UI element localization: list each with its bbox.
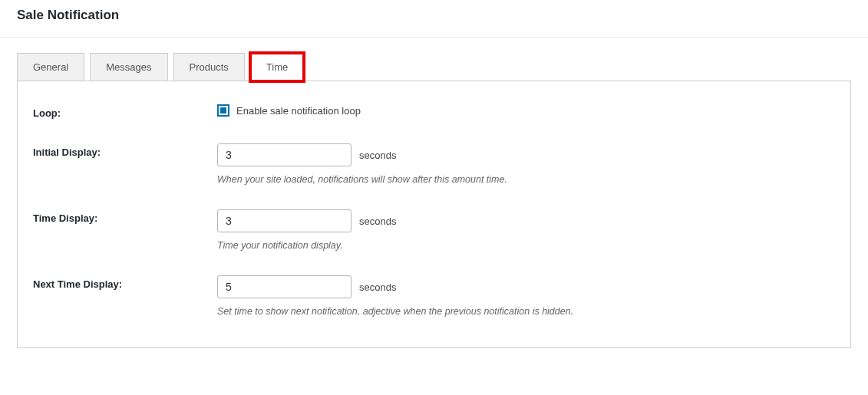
row-next-time-display: Next Time Display: seconds Set time to s… [33,275,835,317]
tab-products[interactable]: Products [173,53,245,81]
checkbox-label-loop: Enable sale notification loop [236,105,361,117]
suffix-time-display: seconds [359,216,396,227]
tab-time[interactable]: Time [250,53,304,81]
label-next-time-display: Next Time Display: [33,275,217,290]
input-initial-display[interactable] [217,143,351,166]
suffix-next-time-display: seconds [359,281,396,293]
checkbox-checked-icon [220,107,226,114]
tab-messages[interactable]: Messages [90,53,167,81]
tab-general[interactable]: General [17,53,84,81]
hint-initial-display: When your site loaded, notifications wil… [217,174,835,185]
label-time-display: Time Display: [33,209,217,224]
page-title: Sale Notification [0,0,868,38]
suffix-initial-display: seconds [359,150,396,161]
input-time-display[interactable] [217,209,351,232]
tab-bar: General Messages Products Time [17,53,851,81]
hint-next-time-display: Set time to show next notification, adje… [217,306,835,317]
hint-time-display: Time your notification display. [217,240,835,251]
label-initial-display: Initial Display: [33,143,217,158]
checkbox-loop[interactable] [217,104,229,117]
input-next-time-display[interactable] [217,275,351,298]
row-loop: Loop: Enable sale notification loop [33,104,835,119]
row-time-display: Time Display: seconds Time your notifica… [33,209,835,251]
settings-panel: Loop: Enable sale notification loop Init… [17,81,851,348]
row-initial-display: Initial Display: seconds When your site … [33,143,835,185]
settings-content: General Messages Products Time Loop: Ena… [0,38,868,364]
label-loop: Loop: [33,104,217,119]
